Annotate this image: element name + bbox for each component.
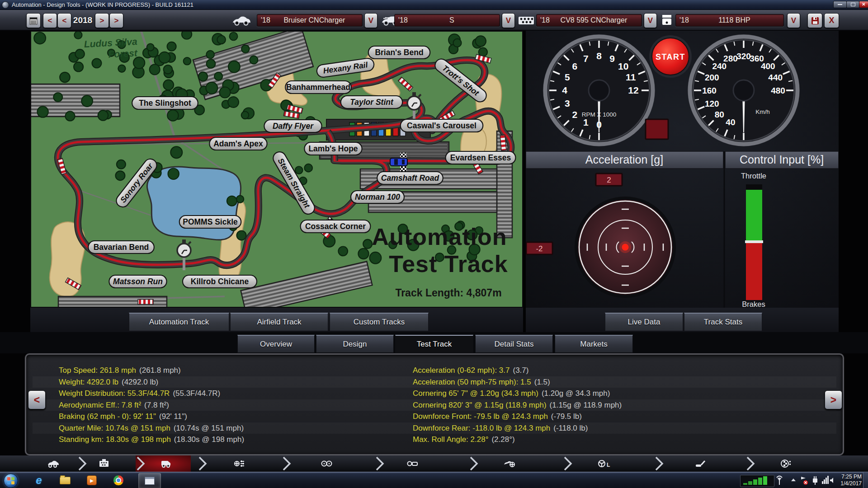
stats-next-button[interactable]: >	[825, 390, 842, 409]
svg-text:Daffy Flyer: Daffy Flyer	[273, 122, 314, 131]
svg-text:2: 2	[607, 176, 611, 184]
start-orb[interactable]	[4, 474, 18, 488]
telemetry-dashboard-panel: 0123456789101112RPM X 100040801201602002…	[526, 31, 839, 308]
corner-label: Matsson Run	[109, 275, 166, 288]
svg-text:200: 200	[705, 73, 719, 82]
taskbar-media[interactable]: ▶	[82, 473, 102, 488]
engine-family-dropdown-button[interactable]: V	[644, 13, 657, 28]
tab-custom-tracks[interactable]: Custom Tracks	[330, 313, 429, 331]
engine-variant-field[interactable]: '18 1118 BHP	[675, 14, 784, 27]
corner-label: Caswal's Carousel	[401, 119, 483, 132]
stat-right-5: Downforce Rear: -118.0 lb @ 124.3 mph(-1…	[413, 424, 588, 433]
stat-right-3: Cornering 820' 3" @ 1.15g (118.9 mph)(1.…	[413, 401, 622, 410]
calendar-button[interactable]	[26, 13, 41, 28]
corner-label: Norman 100	[351, 191, 404, 203]
svg-text:Km/h: Km/h	[755, 108, 770, 115]
tab-track-stats[interactable]: Track Stats	[684, 313, 762, 331]
svg-text:Adam's Apex: Adam's Apex	[213, 139, 263, 148]
brake-bar	[746, 243, 762, 300]
bottom-icon-toolbar: L	[0, 455, 868, 472]
taskbar-ie[interactable]: e	[29, 473, 49, 488]
svg-text:L: L	[607, 462, 610, 468]
svg-text:POMMS Sickle: POMMS Sickle	[183, 217, 238, 226]
variant-icon	[661, 14, 673, 27]
engine-family-field[interactable]: '18 CV8 595 CNCharger	[536, 14, 642, 27]
plug-icon	[813, 476, 817, 485]
stat-right-2: Cornering 65' 7" @ 1.20g (34.3 mph)(1.20…	[413, 389, 610, 398]
stats-prev-button[interactable]: <	[28, 390, 46, 409]
system-tray[interactable]	[775, 474, 834, 487]
trim-year: '18	[398, 16, 408, 24]
stat-right-4: Downforce Front: -79.5 lb @ 124.3 mph(-7…	[413, 412, 582, 421]
tab-design[interactable]: Design	[316, 335, 394, 353]
year-forward-fast-button[interactable]: >	[109, 13, 123, 28]
engine-variant-dropdown-button[interactable]: V	[787, 13, 800, 28]
car-model-field[interactable]: '18 Bruiser CNCharger	[257, 14, 363, 27]
tab-automation-track[interactable]: Automation Track	[129, 313, 229, 331]
svg-text:Lamb's Hope: Lamb's Hope	[308, 144, 358, 153]
year-back-button[interactable]: <	[57, 13, 71, 28]
signal-bars-icon[interactable]	[740, 475, 774, 487]
title-bar: Automation - Design Tools - (WORK IN PRO…	[0, 0, 868, 10]
speaker-icon	[830, 478, 833, 483]
taskbar-explorer[interactable]	[55, 473, 75, 488]
taskbar-chrome[interactable]	[108, 473, 128, 488]
start-button[interactable]: START	[649, 35, 692, 78]
save-icon	[811, 17, 819, 25]
corner-label: Lamb's Hope	[304, 142, 362, 155]
svg-text:Killrob Chicane: Killrob Chicane	[191, 277, 249, 286]
stat-right-1: Acceleration (50 mph-75 mph): 1.5(1.5)	[413, 378, 550, 387]
year-back-fast-button[interactable]: <	[43, 13, 57, 28]
svg-text:480: 480	[771, 86, 785, 95]
minimize-button[interactable]	[833, 1, 847, 8]
year-forward-button[interactable]: >	[95, 13, 109, 28]
corner-label: Evardsen Esses	[446, 151, 516, 164]
trim-dropdown-button[interactable]: V	[502, 13, 515, 28]
svg-text:280: 280	[723, 54, 738, 63]
tab-overview[interactable]: Overview	[237, 335, 315, 353]
chevron-up-icon	[791, 479, 796, 481]
calendar-icon	[29, 17, 38, 25]
window-title: Automation - Design Tools - (WORK IN PRO…	[12, 1, 193, 8]
tab-live-data[interactable]: Live Data	[605, 313, 683, 331]
stats-row: Top Speed: 261.8 mph(261.8 mph)Accelerat…	[33, 365, 836, 376]
stat-right-6: Max. Roll Angle: 2.28°(2.28°)	[413, 435, 515, 444]
svg-text:Banhammerhead: Banhammerhead	[286, 83, 350, 92]
svg-text:320: 320	[736, 52, 751, 61]
show-desktop-button[interactable]	[863, 472, 868, 488]
engine-family-year: '18	[540, 16, 550, 24]
corner-label: Banhammerhead	[285, 81, 351, 94]
svg-text:Evardsen Esses: Evardsen Esses	[450, 153, 511, 162]
svg-text:400: 400	[761, 61, 775, 71]
stats-panel: Top Speed: 261.8 mph(261.8 mph)Accelerat…	[25, 353, 844, 455]
tab-markets[interactable]: Markets	[555, 335, 633, 353]
antenna-icon	[777, 476, 782, 485]
orb-flag-yellow	[11, 481, 14, 484]
save-button[interactable]	[807, 13, 822, 28]
svg-text:12: 12	[628, 85, 638, 95]
orb-flag-red	[7, 477, 10, 480]
g-dot	[622, 244, 629, 251]
svg-text:Bavarian Bend: Bavarian Bend	[94, 243, 149, 252]
car-model-dropdown-button[interactable]: V	[364, 13, 377, 28]
close-window-button[interactable]: ✕	[859, 1, 868, 8]
stats-row: Quarter Mile: 10.74s @ 151 mph(10.74s @ …	[33, 422, 836, 434]
corner-label: Brian's Bend	[368, 46, 430, 59]
stat-left-4: Braking (62 mph - 0): 92' 11"(92' 11")	[59, 412, 187, 421]
trim-field[interactable]: '18 S	[394, 14, 500, 27]
tab-test-track[interactable]: Test Track	[395, 335, 473, 353]
svg-text:5: 5	[565, 72, 570, 82]
maximize-button[interactable]	[846, 1, 859, 8]
svg-text:-2: -2	[536, 244, 542, 253]
stat-left-5: Quarter Mile: 10.74s @ 151 mph(10.74s @ …	[59, 424, 244, 433]
tab-detail-stats[interactable]: Detail Stats	[475, 335, 553, 353]
tab-airfield-track[interactable]: Airfield Track	[230, 313, 328, 331]
close-project-button[interactable]: X	[824, 13, 839, 28]
player-car	[390, 158, 407, 166]
taskbar-active-app[interactable]	[138, 473, 161, 488]
svg-text:7: 7	[583, 53, 589, 64]
corner-label: Camshaft Road	[377, 172, 443, 184]
corner-label: Bavarian Bend	[88, 241, 154, 253]
taskbar-clock[interactable]: 7:25 PM 1/4/2017	[835, 474, 862, 487]
svg-text:Norman 100: Norman 100	[355, 192, 400, 202]
